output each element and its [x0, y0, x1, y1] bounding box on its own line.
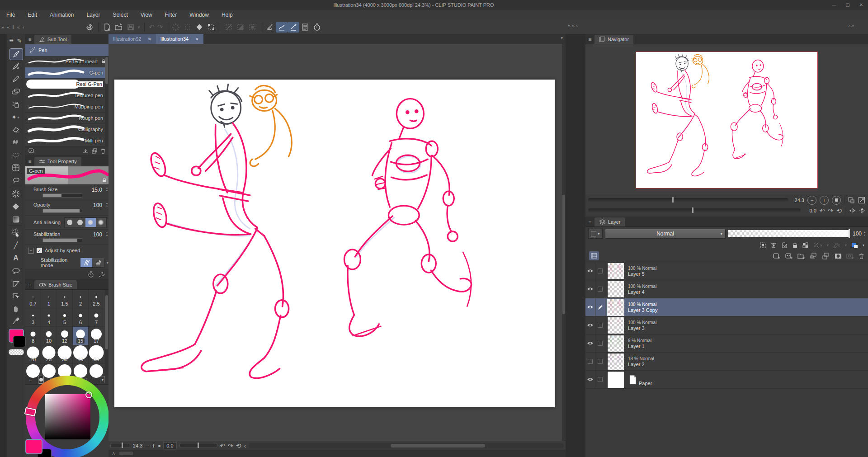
checkbox-cell[interactable] — [595, 353, 605, 370]
paper-thumbnail[interactable] — [607, 371, 624, 388]
snap-ruler-icon[interactable] — [264, 22, 276, 33]
navigator-tab[interactable]: Navigator — [594, 35, 633, 44]
brush-size-cell[interactable]: 4 — [41, 308, 57, 327]
navigator-thumbnail[interactable] — [636, 52, 818, 188]
tool-eraser[interactable] — [7, 124, 25, 135]
canvas-rotation-value[interactable]: 0.0 — [163, 442, 176, 449]
brush-size-slider[interactable] — [42, 193, 82, 198]
zoom-out-icon[interactable]: − — [145, 442, 149, 449]
new-file-icon[interactable] — [101, 22, 113, 33]
lock-alpha-icon[interactable] — [770, 242, 777, 249]
redo-icon[interactable]: ↷ — [156, 23, 165, 31]
tool-blend[interactable] — [7, 137, 25, 148]
reference-layer-icon[interactable] — [833, 242, 841, 249]
tool-eyedropper[interactable] — [7, 315, 25, 326]
brush-size-cell[interactable] — [89, 364, 104, 375]
nav-zoom-in-icon[interactable]: + — [820, 196, 829, 205]
close-button[interactable]: ✕ — [854, 0, 868, 10]
checkbox-cell[interactable] — [595, 280, 605, 298]
brush-size-cell[interactable]: 0.7 — [25, 290, 41, 308]
tool-correct-line[interactable] — [7, 291, 25, 302]
color-wheel-tab[interactable] — [38, 376, 44, 384]
collapse-right-icon[interactable]: » — [0, 24, 5, 30]
doc-tab-illustration34-active[interactable]: Illustration34✕ — [156, 34, 203, 44]
canvas-zoom-value[interactable]: 24.3 — [133, 443, 142, 448]
subtool-item[interactable]: Rough pen — [25, 113, 108, 124]
snap-special-ruler-icon[interactable] — [276, 22, 288, 33]
wrench-icon[interactable] — [99, 271, 105, 278]
brush-size-scrollbar[interactable] — [105, 290, 108, 375]
brush-size-cell[interactable]: 3 — [25, 308, 41, 327]
brush-size-cell[interactable]: 8 — [25, 327, 41, 345]
layer-thumbnail[interactable] — [607, 335, 624, 352]
menu-layer[interactable]: Layer — [80, 10, 106, 20]
duplicate-subtool-icon[interactable] — [91, 148, 98, 154]
reset-settings-icon[interactable] — [88, 271, 94, 278]
stabilization-slider[interactable] — [42, 238, 82, 242]
stab-mode-speed-button[interactable] — [92, 258, 104, 267]
import-subtool-icon[interactable] — [82, 148, 89, 154]
brush-size-cell[interactable]: 20 — [25, 345, 41, 364]
stab-mode-stroke-button[interactable] — [80, 258, 92, 267]
visibility-eye-icon[interactable] — [585, 316, 595, 334]
brush-size-cell[interactable] — [41, 364, 57, 375]
brush-size-cell[interactable]: 1 — [41, 290, 57, 308]
reselect-icon[interactable] — [182, 22, 193, 33]
menu-help[interactable]: Help — [215, 10, 239, 20]
brush-size-cell[interactable]: 2.5 — [89, 290, 104, 308]
brush-size-cell[interactable]: 30 — [57, 345, 73, 364]
tool-property-tab[interactable]: Tool Property — [34, 157, 81, 166]
brush-size-cell[interactable]: 50 — [89, 345, 104, 364]
minimize-button[interactable]: — — [827, 0, 841, 10]
rotate-cw-icon[interactable]: ↷ — [228, 442, 233, 449]
layer-thumbnail[interactable] — [607, 263, 624, 280]
brush-size-cell[interactable] — [25, 364, 41, 375]
layer-row-layer2-hidden[interactable]: 18 % NormalLayer 2 — [585, 353, 868, 371]
brush-size-tab[interactable]: Brush Size — [34, 280, 77, 289]
aa-weak-button[interactable] — [75, 218, 85, 227]
delete-subtool-icon[interactable] — [100, 148, 106, 154]
prev-view-icon[interactable]: ‹ — [244, 442, 246, 449]
subtool-item[interactable]: Textured pen — [25, 90, 108, 101]
layer-opacity-value[interactable]: 100 — [853, 231, 862, 237]
nav-flip-v-icon[interactable] — [859, 207, 865, 214]
sv-square[interactable] — [45, 394, 90, 439]
layer-thumbnail[interactable] — [607, 299, 624, 316]
palette-color-button[interactable]: ▾ — [588, 229, 603, 239]
opacity-value[interactable]: 100 — [93, 202, 102, 208]
blend-mode-select[interactable]: Normal ▾ — [605, 229, 726, 239]
save-icon[interactable] — [125, 22, 137, 33]
tool-pencil[interactable] — [7, 74, 25, 85]
nav-flip-h-icon[interactable] — [849, 207, 856, 214]
nav-zoom-reset-icon[interactable] — [832, 196, 841, 205]
timelapse-icon[interactable] — [311, 22, 323, 33]
brush-size-cell[interactable]: 5 — [57, 308, 73, 327]
delete-layer-icon[interactable] — [859, 253, 864, 259]
tool-text[interactable]: A — [7, 253, 25, 264]
brush-size-menu-icon[interactable]: ≡ — [25, 280, 34, 289]
nav-reset-rotation-icon[interactable]: ⟲ — [836, 207, 842, 214]
tool-gradient[interactable] — [7, 214, 25, 225]
save-caret-icon[interactable]: ▾ — [137, 24, 142, 30]
subtool-item[interactable]: Milli pen — [25, 135, 108, 146]
toolstrip-menu-icon[interactable]: ≡ — [7, 35, 16, 46]
tool-property-menu-icon[interactable]: ≡ — [25, 157, 34, 166]
snap-grid-icon[interactable] — [288, 22, 299, 33]
layer-opacity-stepper[interactable]: ▴▾ — [864, 231, 865, 237]
opacity-stepper[interactable]: ▴▾ — [106, 202, 108, 208]
doc-tab-illustration92[interactable]: Illustration92✕ — [108, 34, 156, 44]
menu-filter[interactable]: Filter — [159, 10, 184, 20]
tool-fill[interactable] — [7, 201, 25, 212]
timeline-collapsed-handle[interactable] — [119, 452, 133, 455]
close-tab-icon[interactable]: ✕ — [195, 37, 198, 42]
visibility-eye-icon[interactable] — [585, 280, 595, 298]
brush-size-cell[interactable]: 12 — [57, 327, 73, 345]
layer-row-layer3copy-selected[interactable]: 100 % NormalLayer 3 Copy — [585, 298, 868, 316]
navigator-rotate-slider[interactable] — [588, 208, 801, 212]
new-folder-icon[interactable] — [797, 253, 806, 259]
right-expand-icons[interactable]: › » — [848, 23, 854, 28]
menu-select[interactable]: Select — [106, 10, 134, 20]
tool-hand[interactable] — [7, 303, 25, 314]
tool-decoration[interactable]: ✦＋ — [7, 112, 25, 122]
layer-thumbnail[interactable] — [607, 281, 624, 298]
